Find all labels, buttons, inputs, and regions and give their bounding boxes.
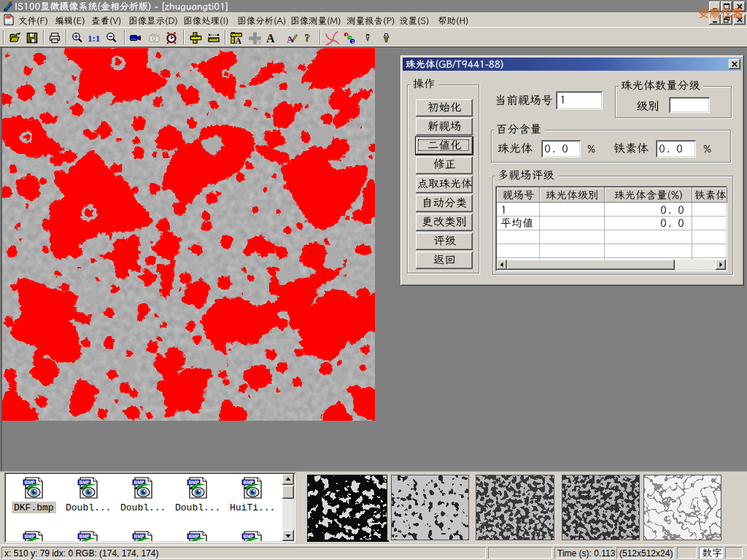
svg-text:A: A bbox=[236, 36, 242, 44]
svg-text:1:1: 1:1 bbox=[88, 33, 100, 44]
svg-text:?: ? bbox=[305, 33, 310, 44]
svg-text:A: A bbox=[266, 32, 275, 44]
svg-text:DOC: DOC bbox=[6, 16, 12, 19]
